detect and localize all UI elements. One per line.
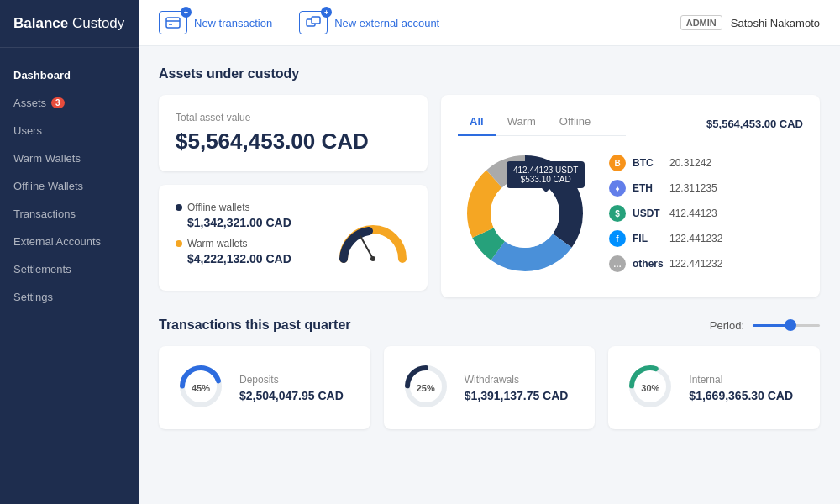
main-area: + New transaction + New external account… (139, 0, 840, 504)
tab-warm[interactable]: Warm (496, 112, 548, 136)
period-slider[interactable] (753, 324, 820, 327)
tx-pct-deposits: 45% (192, 383, 210, 393)
sidebar-item-warm-wallets[interactable]: Warm Wallets (0, 144, 139, 172)
sidebar-item-assets[interactable]: Assets3 (0, 89, 139, 117)
assets-section-title: Assets under custody (159, 66, 820, 81)
nav-badge: 3 (51, 97, 65, 108)
svg-rect-4 (312, 17, 320, 24)
legend-symbol-usdt: USDT (633, 207, 663, 219)
total-asset-card: Total asset value $5,564,453.00 CAD (159, 95, 428, 171)
legend-icon-usdt: $ (609, 205, 626, 222)
legend-symbol-eth: ETH (633, 182, 663, 194)
tx-amount-value: $2,504,047.95 CAD (239, 389, 354, 402)
donut-card: All Warm Offline $5,564,453.00 CAD 412.4… (441, 95, 820, 297)
tx-type-label: Deposits (239, 374, 354, 386)
legend-icon-eth: ♦ (609, 180, 626, 197)
tx-amount-value: $1,391,137.75 CAD (465, 389, 579, 402)
sidebar-item-users[interactable]: Users (0, 117, 139, 144)
transaction-icon: + (159, 11, 187, 34)
tx-pct-withdrawals: 25% (417, 383, 435, 393)
legend-amount-btc: 20.31242 (669, 157, 711, 169)
total-asset-value: $5,564,453.00 CAD (176, 129, 411, 155)
legend-item-others: … others 122.441232 (609, 255, 803, 272)
period-control: Period: (710, 319, 820, 332)
offline-dot (176, 204, 182, 211)
legend-amount-fil: 122.441232 (669, 233, 722, 244)
svg-point-6 (370, 256, 375, 261)
admin-badge: ADMIN (680, 15, 722, 30)
new-external-account-label: New external account (334, 17, 439, 29)
legend-item-ETH: ♦ ETH 12.311235 (609, 180, 803, 197)
legend-icon-fil: f (609, 230, 626, 247)
tx-circle-internal: 30% (625, 361, 675, 414)
legend-amount-eth: 12.311235 (669, 182, 717, 194)
tx-card-internal: 30% Internal $1,669,365.30 CAD (608, 346, 820, 429)
transactions-section-title: Transactions this past quarter (159, 318, 351, 333)
tx-info-internal: Internal $1,669,365.30 CAD (689, 374, 803, 402)
donut-body: 412.44123 USDT $533.10 CAD (458, 146, 803, 281)
sidebar: Balance Custody DashboardAssets3UsersWar… (0, 0, 139, 504)
donut-tabs: All Warm Offline (458, 112, 626, 136)
sidebar-item-settings[interactable]: Settings (0, 283, 139, 311)
new-transaction-button[interactable]: + New transaction (159, 11, 272, 34)
wallets-card: Offline wallets $1,342,321.00 CAD Warm w… (159, 185, 428, 291)
legend-item-BTC: B BTC 20.31242 (609, 155, 803, 171)
legend-amount-usdt: 412.44123 (669, 207, 717, 219)
sidebar-item-transactions[interactable]: Transactions (0, 200, 139, 228)
topbar: + New transaction + New external account… (139, 0, 840, 46)
donut-header: All Warm Offline $5,564,453.00 CAD (458, 112, 803, 136)
warm-wallets-row: Warm wallets $4,222,132.00 CAD (176, 238, 322, 265)
warm-wallets-label: Warm wallets (187, 238, 248, 249)
sidebar-item-external-accounts[interactable]: External Accounts (0, 228, 139, 255)
wallets-info: Offline wallets $1,342,321.00 CAD Warm w… (176, 202, 322, 274)
user-area: ADMIN Satoshi Nakamoto (680, 15, 820, 30)
content-area: Assets under custody Total asset value $… (139, 46, 840, 504)
tx-pct-internal: 30% (641, 383, 659, 393)
tx-cards-row: 45% Deposits $2,504,047.95 CAD 25% Withd… (159, 346, 820, 429)
tx-type-label: Internal (689, 374, 803, 386)
transactions-header: Transactions this past quarter Period: (159, 318, 820, 333)
assets-left-column: Total asset value $5,564,453.00 CAD Offl… (159, 95, 428, 297)
legend-symbol-others: others (633, 258, 663, 270)
sidebar-item-dashboard[interactable]: Dashboard (0, 61, 139, 89)
tx-card-deposits: 45% Deposits $2,504,047.95 CAD (159, 346, 370, 429)
offline-wallets-label: Offline wallets (187, 202, 249, 213)
legend-amount-others: 122.441232 (669, 258, 722, 270)
legend-item-USDT: $ USDT 412.44123 (609, 205, 803, 222)
tab-offline[interactable]: Offline (548, 112, 602, 136)
tx-type-label: Withdrawals (465, 374, 579, 386)
tx-circle-withdrawals: 25% (401, 361, 451, 414)
donut-chart: 412.44123 USDT $533.10 CAD (458, 146, 592, 281)
sidebar-item-settlements[interactable]: Settlements (0, 255, 139, 283)
sidebar-item-offline-wallets[interactable]: Offline Wallets (0, 172, 139, 200)
logo-bold: Balance (13, 15, 68, 31)
logo: Balance Custody (0, 0, 139, 48)
legend-item-FIL: f FIL 122.441232 (609, 230, 803, 247)
legend-icon-btc: B (609, 155, 626, 171)
offline-wallets-row: Offline wallets $1,342,321.00 CAD (176, 202, 322, 229)
period-label: Period: (710, 319, 744, 332)
tx-info-withdrawals: Withdrawals $1,391,137.75 CAD (465, 374, 579, 402)
tx-amount-value: $1,669,365.30 CAD (689, 389, 803, 402)
svg-rect-0 (166, 18, 180, 28)
total-asset-label: Total asset value (176, 112, 411, 123)
warm-wallets-value: $4,222,132.00 CAD (176, 252, 322, 265)
user-name: Satoshi Nakamoto (731, 17, 820, 29)
sidebar-nav: DashboardAssets3UsersWarm WalletsOffline… (0, 48, 139, 504)
new-external-account-button[interactable]: + New external account (299, 11, 439, 34)
offline-wallets-value: $1,342,321.00 CAD (176, 216, 322, 229)
tab-all[interactable]: All (458, 112, 496, 136)
legend-symbol-btc: BTC (633, 157, 663, 169)
legend-symbol-fil: FIL (633, 233, 663, 244)
logo-light: Custody (68, 15, 124, 31)
tx-circle-deposits: 45% (176, 361, 226, 414)
tx-info-deposits: Deposits $2,504,047.95 CAD (239, 374, 354, 402)
warm-dot (176, 240, 182, 247)
donut-legend: B BTC 20.31242 ♦ ETH 12.311235 $ USDT 41… (609, 155, 803, 272)
assets-cards-row: Total asset value $5,564,453.00 CAD Offl… (159, 95, 820, 297)
legend-icon-others: … (609, 255, 626, 272)
new-transaction-label: New transaction (194, 17, 272, 29)
tx-card-withdrawals: 25% Withdrawals $1,391,137.75 CAD (384, 346, 596, 429)
external-account-icon: + (299, 11, 328, 34)
svg-point-12 (491, 179, 559, 248)
